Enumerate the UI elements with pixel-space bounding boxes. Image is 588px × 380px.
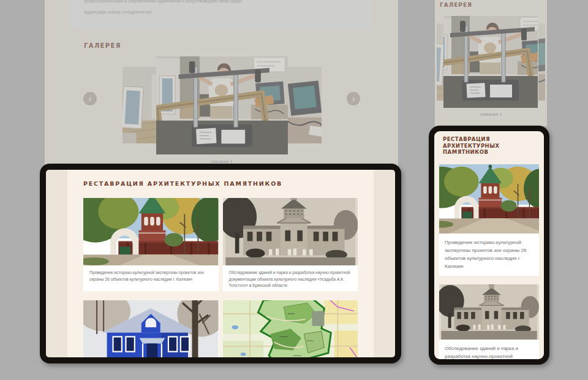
chevron-left-icon: ‹ <box>89 94 92 104</box>
restoration-card[interactable]: Проведение историко-культурной экспертиз… <box>439 164 539 276</box>
restoration-card-grid: Проведение историко-культурной экспертиз… <box>83 198 358 357</box>
carousel-next-button[interactable]: › <box>347 92 360 105</box>
mansion-bw-photo[interactable] <box>439 284 539 340</box>
gallery-section-title: ГАЛЕРЕЯ <box>84 42 372 49</box>
gallery-carousel-mobile <box>435 16 547 108</box>
district-map-image[interactable] <box>223 300 358 357</box>
carousel-prev-button[interactable]: ‹ <box>83 92 97 105</box>
gallery-slide-caption: описание 1 <box>70 159 372 164</box>
restoration-card[interactable]: Обследование зданий и парка и разработка… <box>439 284 539 359</box>
tablet-device-frame: РЕСТАВРАЦИЯ АРХИТЕКТУРНЫХ ПАМЯТНИКОВ Про… <box>40 164 401 363</box>
tablet-screen: РЕСТАВРАЦИЯ АРХИТЕКТУРНЫХ ПАМЯТНИКОВ Про… <box>46 170 395 357</box>
restoration-card[interactable]: Проведение историко-культурной экспертиз… <box>83 198 219 291</box>
responsive-preview-canvas: профессиональными и современными художни… <box>0 0 588 380</box>
gallery-current-slide-image[interactable] <box>156 56 288 154</box>
blue-house-winter-photo[interactable] <box>83 300 219 357</box>
restoration-card[interactable] <box>83 300 219 357</box>
restoration-card[interactable] <box>223 300 358 357</box>
restoration-section-tablet: РЕСТАВРАЦИЯ АРХИТЕКТУРНЫХ ПАМЯТНИКОВ Про… <box>67 170 374 357</box>
gallery-carousel: ‹ › <box>70 56 372 154</box>
gallery-prev-slide-image[interactable] <box>123 67 156 143</box>
about-intro-text: профессиональными и современными художни… <box>84 0 359 3</box>
chevron-right-icon: › <box>352 94 355 104</box>
phone-screen: РЕСТАВРАЦИЯ АРХИТЕКТУРНЫХ ПАМЯТНИКОВ Про… <box>434 131 544 359</box>
gallery-section-title-mobile: ГАЛЕРЕЯ <box>440 2 547 8</box>
restoration-card[interactable]: Обследование зданий и парка и разработка… <box>223 198 358 291</box>
about-closing-text: Будем рады новому сотрудничеству! <box>84 10 359 14</box>
about-section: профессиональными и современными художни… <box>70 0 372 29</box>
card-caption: Обследование зданий и парка и разработка… <box>439 340 539 359</box>
church-autumn-photo[interactable] <box>83 198 219 265</box>
card-caption: Обследование зданий и парка и разработка… <box>223 265 358 289</box>
gallery-next-slide-image[interactable] <box>288 67 322 143</box>
church-autumn-photo[interactable] <box>439 164 539 234</box>
restoration-section-title: РЕСТАВРАЦИЯ АРХИТЕКТУРНЫХ ПАМЯТНИКОВ <box>83 180 358 187</box>
mobile-viewport-preview: ГАЛЕРЕЯ описание 1 <box>435 0 547 126</box>
gallery-next-slide-edge[interactable] <box>538 23 545 101</box>
gallery-prev-slide-edge[interactable] <box>437 23 443 101</box>
card-caption: Проведение историко-культурной экспертиз… <box>83 265 219 283</box>
mansion-bw-photo[interactable] <box>223 198 358 265</box>
gallery-slide-caption-mobile: описание 1 <box>435 112 547 116</box>
card-caption: Проведение историко-культурной экспертиз… <box>439 234 539 276</box>
phone-device-frame: РЕСТАВРАЦИЯ АРХИТЕКТУРНЫХ ПАМЯТНИКОВ Про… <box>429 126 549 365</box>
restoration-section-phone: РЕСТАВРАЦИЯ АРХИТЕКТУРНЫХ ПАМЯТНИКОВ Про… <box>434 131 544 359</box>
gallery-current-slide-image-mobile[interactable] <box>443 16 538 108</box>
restoration-section-title-mobile: РЕСТАВРАЦИЯ АРХИТЕКТУРНЫХ ПАМЯТНИКОВ <box>443 136 535 156</box>
